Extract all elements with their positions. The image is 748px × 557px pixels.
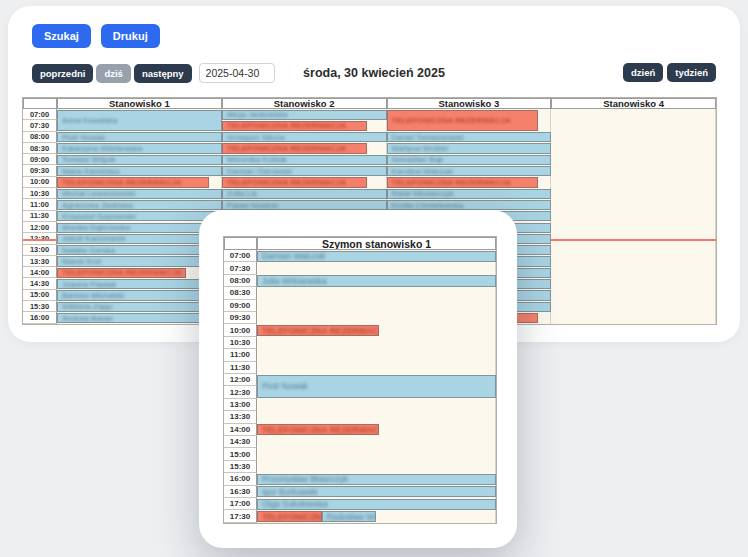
- time-label: 11:30: [224, 362, 257, 374]
- appointment[interactable]: Igor Borkowski: [257, 486, 496, 497]
- phone-reservation[interactable]: TELEFONICZNA REZERWACJA: [387, 110, 539, 132]
- time-label: 11:30: [23, 211, 57, 222]
- time-label: 15:30: [23, 301, 57, 312]
- appointment[interactable]: Damian Ostrowski: [222, 166, 387, 176]
- time-label: 15:00: [23, 290, 57, 301]
- appointment[interactable]: Daniel Tomaszewski: [387, 132, 552, 142]
- time-label: 09:30: [224, 312, 257, 324]
- time-label: 14:00: [23, 267, 57, 278]
- appointment[interactable]: Olga Sokołowska: [257, 499, 496, 510]
- appointment[interactable]: Krzysztof Szymański: [57, 211, 222, 221]
- phone-reservation[interactable]: TELEFONICZNA REZERWACJA: [257, 424, 379, 435]
- appointment[interactable]: Monika Dąbrowska: [57, 223, 222, 233]
- time-label: 12:30: [224, 386, 257, 398]
- appointment[interactable]: Bartosz Michalski: [57, 290, 222, 300]
- appointment[interactable]: Rafał Włodarczyk: [387, 189, 552, 199]
- current-date-title: środa, 30 kwiecień 2025: [32, 66, 716, 80]
- navigation-bar: poprzedni dziś następny środa, 30 kwieci…: [32, 61, 716, 83]
- phone-reservation[interactable]: TELEFONICZNA REZERWACJA: [257, 325, 379, 336]
- appointment[interactable]: Martyna Wróbel: [387, 143, 552, 153]
- time-label: 09:00: [23, 154, 57, 165]
- search-button[interactable]: Szukaj: [32, 24, 91, 48]
- appointment[interactable]: Sebastian Bąk: [387, 155, 552, 165]
- time-label: 14:30: [23, 279, 57, 290]
- time-label: 15:30: [224, 461, 257, 473]
- appointment[interactable]: Maria Kamińska: [57, 166, 222, 176]
- corner-cell: [224, 237, 257, 250]
- appointment[interactable]: Natalia Górska: [57, 245, 222, 255]
- time-label: 12:00: [224, 374, 257, 386]
- time-label: 13:00: [23, 245, 57, 256]
- time-label: 07:00: [23, 109, 57, 120]
- detail-modal: 07:0007:3008:0008:3009:0009:3010:0010:30…: [199, 210, 517, 548]
- time-label: 16:30: [224, 486, 257, 498]
- view-switch-group: dzień tydzień: [623, 63, 716, 82]
- appointment[interactable]: Jakub Kaczmarek: [57, 234, 222, 244]
- time-label: 08:00: [23, 132, 57, 143]
- time-label: 08:00: [224, 275, 257, 287]
- time-label: 10:00: [23, 177, 57, 188]
- appointment[interactable]: Damian Walczak: [257, 251, 496, 262]
- appointment[interactable]: Radosław Wilk: [322, 511, 377, 522]
- time-label: 07:00: [224, 250, 257, 262]
- appointment[interactable]: Przemysław Błaszczyk: [257, 474, 496, 485]
- modal-schedule-table: 07:0007:3008:0008:3009:0009:3010:0010:30…: [223, 236, 497, 524]
- time-label: 13:30: [224, 411, 257, 423]
- time-label: 09:00: [224, 300, 257, 312]
- appointment[interactable]: Weronika Kubiak: [222, 155, 387, 165]
- time-label: 13:30: [23, 256, 57, 267]
- column-header: Stanowisko 2: [222, 98, 387, 109]
- week-view-button[interactable]: tydzień: [667, 63, 716, 82]
- action-toolbar: Szukaj Drukuj: [32, 24, 160, 48]
- column-header: Szymon stanowisko 1: [257, 237, 496, 250]
- schedule-column[interactable]: [551, 109, 716, 324]
- phone-reservation[interactable]: TELEFONICZNA REZERWACJA: [257, 511, 322, 522]
- appointment[interactable]: Piotr Nowak: [257, 375, 496, 399]
- appointment[interactable]: Alicja Jankowska: [222, 110, 387, 120]
- appointment[interactable]: Tomasz Wójcik: [57, 155, 222, 165]
- appointment[interactable]: Julia Wiśniewska: [257, 275, 496, 286]
- appointment[interactable]: Joanna Pawlak: [57, 279, 222, 289]
- time-label: 11:00: [23, 199, 57, 210]
- time-label: 10:30: [224, 337, 257, 349]
- column-header: Stanowisko 4: [551, 98, 716, 109]
- time-label: 11:00: [224, 349, 257, 361]
- appointment[interactable]: Marek Król: [57, 256, 222, 266]
- column-header: Stanowisko 1: [57, 98, 222, 109]
- time-label: 13:00: [224, 399, 257, 411]
- day-view-button[interactable]: dzień: [623, 63, 663, 82]
- phone-reservation[interactable]: TELEFONICZNA REZERWACJA: [222, 143, 367, 153]
- appointment[interactable]: Agnieszka Zielińska: [57, 200, 222, 210]
- time-label: 08:30: [23, 143, 57, 154]
- time-label: 14:30: [224, 436, 257, 448]
- time-label: 16:00: [224, 473, 257, 485]
- appointment[interactable]: Katarzyna Wiśniewska: [57, 143, 222, 153]
- appointment[interactable]: Zofia Lis: [222, 189, 387, 199]
- phone-reservation[interactable]: TELEFONICZNA REZERWACJA: [57, 177, 209, 187]
- appointment[interactable]: Emilia Chmielewska: [387, 200, 552, 210]
- phone-reservation[interactable]: TELEFONICZNA REZERWACJA: [222, 177, 367, 187]
- time-label: 10:30: [23, 188, 57, 199]
- time-label: 12:00: [23, 222, 57, 233]
- print-button[interactable]: Drukuj: [101, 24, 160, 48]
- appointment[interactable]: Wiktoria Zając: [57, 302, 222, 312]
- phone-reservation[interactable]: TELEFONICZNA REZERWACJA: [57, 268, 186, 278]
- time-label: 10:00: [224, 324, 257, 336]
- time-label: 17:00: [224, 498, 257, 510]
- phone-reservation[interactable]: TELEFONICZNA REZERWACJA: [222, 121, 367, 131]
- appointment[interactable]: Michał Lewandowski: [57, 189, 222, 199]
- column-header: Stanowisko 3: [387, 98, 552, 109]
- time-label: 07:30: [23, 120, 57, 131]
- appointment[interactable]: Paweł Nowicki: [222, 200, 387, 210]
- appointment[interactable]: Grzegorz Sikora: [222, 132, 387, 142]
- corner-cell: [23, 98, 57, 109]
- appointment[interactable]: Piotr Nowak: [57, 132, 222, 142]
- time-label: 15:00: [224, 448, 257, 460]
- time-label: 14:00: [224, 424, 257, 436]
- phone-reservation[interactable]: TELEFONICZNA REZERWACJA: [387, 177, 539, 187]
- appointment[interactable]: Karolina Walczak: [387, 166, 552, 176]
- time-label: 08:30: [224, 287, 257, 299]
- appointment[interactable]: Anna Kowalska: [57, 110, 222, 132]
- time-label: 07:30: [224, 262, 257, 274]
- appointment[interactable]: Andrzej Baran: [57, 313, 222, 323]
